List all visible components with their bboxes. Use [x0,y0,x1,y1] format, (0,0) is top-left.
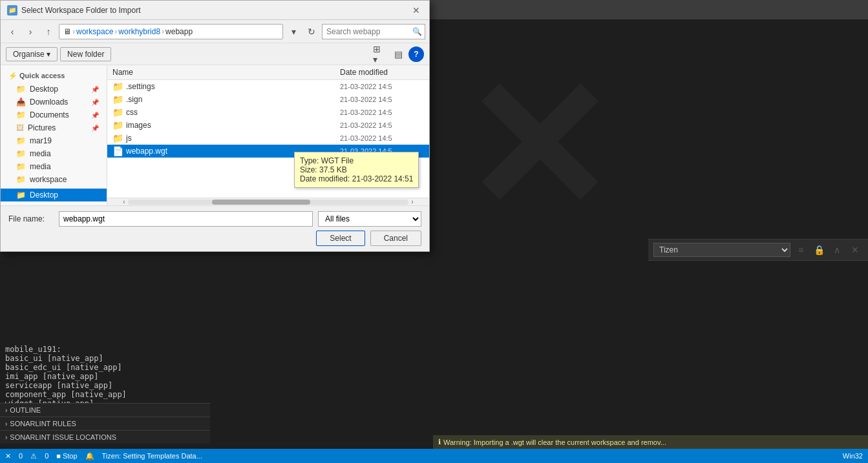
nav-desktop-label: Desktop [30,85,58,94]
search-box: 🔍 [322,24,425,39]
images-name: images [126,121,337,130]
warning-icon: ⚠ [30,452,37,460]
terminal-line-0: mobile_u191: [5,345,863,354]
nav-item-desktop-bottom[interactable]: 📁 Desktop [1,189,107,201]
nav-media2-label: media [30,162,51,171]
sign-name: .sign [126,95,337,104]
dropdown-button[interactable]: ▾ [286,24,301,39]
scrollbar-track[interactable] [128,200,408,205]
nav-desktop-bottom-label: Desktop [30,190,58,200]
file-list-header: Name Date modified [107,65,429,80]
dialog-close-button[interactable]: ✕ [410,4,423,17]
nav-item-mar19[interactable]: 📁 mar19 [1,134,107,147]
nav-documents-label: Documents [30,110,69,119]
tizen-list-icon[interactable]: ≡ [793,242,809,258]
tizen-lock-icon[interactable]: 🔒 [811,242,827,258]
up-button[interactable]: ↑ [41,24,56,39]
sidebar-panels: › OUTLINE › SONARLINT RULES › SONARLINT … [0,403,210,444]
nav-item-media2[interactable]: 📁 media [1,160,107,173]
panel-sonarlint-issues[interactable]: › SONARLINT ISSUE LOCATIONS [0,430,210,444]
file-item-images[interactable]: 📁 images 21-03-2022 14:5 [107,119,429,132]
downloads-folder-icon: 📥 [16,98,26,107]
breadcrumb-current: webapp [165,27,193,36]
nav-item-pictures[interactable]: 🖼 Pictures 📌 [1,121,107,134]
nav-item-workspace[interactable]: 📁 workspace [1,173,107,186]
nav-item-media1[interactable]: 📁 media [1,147,107,160]
cancel-button[interactable]: Cancel [370,231,421,246]
tizen-dropdown[interactable]: Tizen [653,243,790,257]
stop-button[interactable]: ■ Stop [56,452,77,460]
file-item-css[interactable]: 📁 css 21-03-2022 14:5 [107,106,429,119]
scrollbar-thumb[interactable] [212,200,310,205]
scroll-right-arrow[interactable]: › [408,198,416,206]
forward-button[interactable]: › [23,24,38,39]
media2-folder-icon: 📁 [16,162,26,171]
search-input[interactable] [326,27,410,36]
panel-sonarlint-rules-label: SONARLINT RULES [10,420,76,427]
select-button[interactable]: Select [316,231,365,246]
terminal-line-5: component_app [native_app] [5,390,863,399]
file-item-js[interactable]: 📁 js 21-03-2022 14:5 [107,132,429,145]
settings-folder-icon: 📁 [112,81,123,92]
quick-access-header: ⚡ Quick access [1,69,107,83]
organise-chevron-icon: ▾ [47,50,50,59]
tizen-chevron-up-icon[interactable]: ∧ [829,242,845,258]
help-button[interactable]: ? [408,46,424,62]
terminal-line-3: imi_app [native_app] [5,372,863,381]
panel-outline[interactable]: › OUTLINE [0,403,210,417]
breadcrumb-bar: 🖥 › workspace › workhybrid8 › webapp [59,24,283,39]
images-folder-icon: 📁 [112,120,123,130]
dialog-actions-row: Select Cancel [8,231,421,246]
filename-input[interactable] [59,211,313,227]
preview-pane-button[interactable]: ▤ [390,46,406,62]
file-item-sign[interactable]: 📁 .sign 21-03-2022 14:5 [107,93,429,106]
nav-item-documents[interactable]: 📁 Documents 📌 [1,108,107,121]
css-date: 21-03-2022 14:5 [340,108,424,116]
scroll-left-arrow[interactable]: ‹ [120,198,128,206]
warning-text: Warning: Importing a .wgt will clear the… [443,438,666,446]
dialog-bottom: File name: All files Select Cancel [1,205,429,251]
outline-chevron-icon: › [5,407,7,414]
pictures-folder-icon: 🖼 [16,123,24,132]
dialog-title-icon: 📁 [7,5,17,15]
settings-date: 21-03-2022 14:5 [340,83,424,90]
organise-label: Organise [13,50,45,59]
filename-row: File name: All files [8,211,421,227]
search-icon: 🔍 [412,27,422,36]
view-options-button[interactable]: ⊞ ▾ [372,46,388,62]
panel-sonarlint-issues-label: SONARLINT ISSUE LOCATIONS [10,433,116,441]
organise-button[interactable]: Organise ▾ [6,47,58,61]
dialog-toolbar: ‹ › ↑ 🖥 › workspace › workhybrid8 › weba… [1,20,429,43]
filetype-dropdown[interactable]: All files [318,211,421,227]
cancel-label: Cancel [384,234,408,243]
breadcrumb-workspace[interactable]: workspace [76,27,113,36]
tooltip-type: Type: WGT File [300,156,413,165]
stop-label: Stop [63,452,78,460]
breadcrumb-hybrid[interactable]: workhybrid8 [118,27,160,36]
workspace-folder-icon: 📁 [16,175,26,184]
dialog-titlebar: 📁 Select Workspace Folder to Import ✕ [1,1,429,20]
panel-sonarlint-rules[interactable]: › SONARLINT RULES [0,417,210,430]
column-name-header[interactable]: Name [112,68,340,77]
css-folder-icon: 📁 [112,107,123,118]
left-nav: ⚡ Quick access 📁 Desktop 📌 📥 Downloads 📌… [1,65,107,205]
horizontal-scrollbar[interactable]: ‹ › [107,198,429,205]
nav-item-desktop[interactable]: 📁 Desktop 📌 [1,83,107,96]
tizen-close-icon[interactable]: ✕ [847,242,863,258]
win32-label: Win32 [843,452,863,460]
back-button[interactable]: ‹ [5,24,20,39]
js-date: 21-03-2022 14:5 [340,134,424,142]
filename-label: File name: [8,214,54,223]
js-name: js [126,134,337,143]
dialog-actionbar: Organise ▾ New folder ⊞ ▾ ▤ ? [1,43,429,65]
file-item-settings[interactable]: 📁 .settings 21-03-2022 14:5 [107,80,429,93]
column-date-header[interactable]: Date modified [340,68,424,77]
nav-item-downloads[interactable]: 📥 Downloads 📌 [1,96,107,108]
downloads-pin-icon: 📌 [91,99,99,106]
statusbar-right: Win32 [843,452,863,460]
desktop-folder-icon: 📁 [16,85,26,94]
refresh-button[interactable]: ↻ [304,24,319,39]
warning-count: 0 [45,452,48,460]
select-label: Select [330,234,351,243]
new-folder-button[interactable]: New folder [60,47,111,61]
